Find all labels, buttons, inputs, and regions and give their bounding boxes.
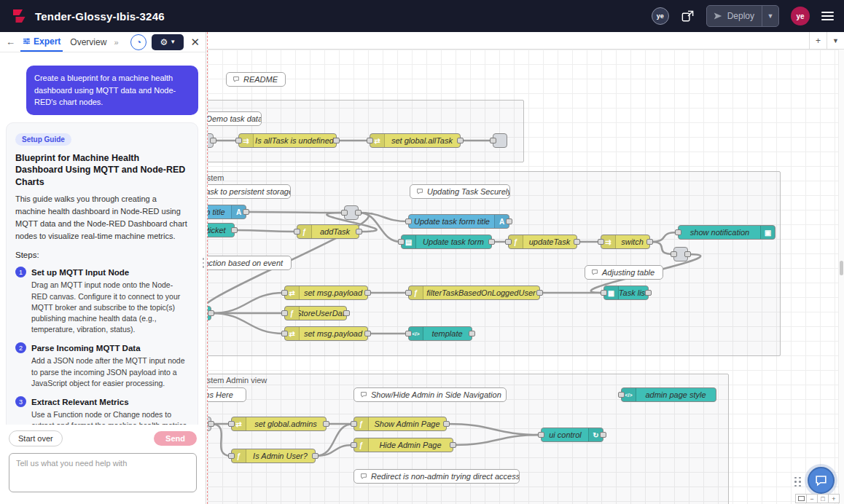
settings-dropdown-button[interactable]: ⚙ ▼ [152,34,184,50]
input-port[interactable] [228,453,235,459]
output-port[interactable] [600,432,606,438]
output-port[interactable] [243,209,249,215]
output-port[interactable] [450,442,456,448]
input-port[interactable] [671,251,677,257]
usage-pie-button[interactable]: ◔ [130,34,146,50]
output-port[interactable] [488,239,495,245]
comment-node[interactable]: Updating Task Securely [410,184,510,199]
zoom-reset-button[interactable]: □ [817,494,829,503]
tab-expert[interactable]: Expert [20,32,63,52]
input-port[interactable] [281,290,288,296]
output-port[interactable] [231,227,238,233]
flow-node-set-global-alltask[interactable]: ⇄set global.allTask [370,133,461,148]
deploy-button[interactable]: Deploy ▼ [706,5,779,27]
input-port[interactable] [235,138,242,143]
flow-node-show-notification[interactable]: ▣show notification [678,225,775,240]
output-port[interactable] [684,251,691,257]
deploy-caret-icon[interactable]: ▼ [762,12,778,20]
input-port[interactable] [294,229,300,235]
flow-node-set-msg-payload[interactable]: ⇄set msg.payload [284,286,368,300]
flow-node-switch[interactable]: ⇉switch [601,235,650,249]
flow-node-updatetask[interactable]: ƒupdateTask [508,235,577,249]
comment-node[interactable]: Show/Hide Admin in Side Navigation [353,387,507,402]
input-port[interactable] [618,392,625,398]
flow-node-junction[interactable] [208,306,211,320]
flow-node-junction[interactable] [673,247,688,261]
comment-node[interactable]: README [226,72,286,87]
flow-node-template[interactable]: </>template [408,326,472,341]
input-port[interactable] [228,421,235,427]
comment-node[interactable]: Add Admins Here [208,387,246,402]
input-port[interactable] [351,421,357,427]
flow-node-task-form-title[interactable]: ATask form title [208,205,246,219]
assistant-chat-button[interactable] [808,467,835,494]
input-port[interactable] [341,210,348,216]
output-port[interactable] [506,218,512,224]
output-port[interactable] [364,331,371,336]
flow-node-add-ticket[interactable]: ▤Add ticket [208,223,235,237]
assistant-input[interactable] [9,453,197,492]
menu-icon[interactable] [821,9,834,23]
pipeline-icon[interactable] [681,9,695,23]
flow-list-caret-icon[interactable]: ▼ [827,32,844,49]
flow-node-addtask[interactable]: ƒaddTask [297,224,359,239]
output-port[interactable] [356,229,362,235]
flow-node-task-list[interactable]: ▦Task list [603,286,649,300]
output-port[interactable] [646,239,653,245]
output-port[interactable] [457,138,464,143]
output-port[interactable] [312,453,319,459]
flow-node-admin-page-style[interactable]: </>admin page style [621,387,716,402]
team-avatar[interactable]: ye [652,7,669,25]
output-port[interactable] [343,310,350,316]
send-button[interactable]: Send [154,431,197,446]
output-port[interactable] [645,290,652,296]
input-port[interactable] [505,239,512,245]
input-port[interactable] [281,331,288,336]
flow-node-storeuserdata[interactable]: ƒStoreUserData [284,306,347,320]
flow-node-hide-admin-page[interactable]: ƒHide Admin Page [353,438,453,452]
comment-node[interactable]: Take action based on event [208,256,292,270]
output-port[interactable] [469,331,475,336]
input-port[interactable] [405,290,412,296]
add-flow-button[interactable]: + [809,32,827,49]
fab-drag-handle[interactable] [794,477,801,487]
output-port[interactable] [208,310,214,316]
comment-node[interactable]: Save task to persistent storage [208,184,291,199]
input-port[interactable] [601,290,607,296]
flow-node-junction[interactable] [344,205,359,220]
input-port[interactable] [398,239,405,245]
flow-node-update-task-form[interactable]: ▤Update task form [401,235,492,249]
flow-node-junction[interactable] [208,133,214,148]
close-icon[interactable]: ✕ [190,36,200,49]
output-port[interactable] [323,421,329,427]
flow-node-junction[interactable] [493,133,507,148]
zoom-out-button[interactable]: − [806,494,818,503]
flow-node-update-task-form-title[interactable]: AUpdate task form title [408,214,509,229]
flow-node-ui-control[interactable]: ↻ui control [541,428,603,442]
canvas-vertical-scrollbar[interactable] [838,50,844,504]
comment-node[interactable]: Redirect is non-admin trying direct acce… [353,469,520,484]
input-port[interactable] [367,138,373,143]
start-over-button[interactable]: Start over [9,430,63,446]
tab-overview[interactable]: Overview [68,32,109,52]
user-avatar[interactable]: ye [791,7,810,25]
output-port[interactable] [210,138,216,143]
output-port[interactable] [443,421,450,427]
navigator-toggle-button[interactable] [795,494,807,503]
flow-canvas[interactable]: Task systemTask system Admin view README… [208,50,844,504]
output-port[interactable] [355,210,362,216]
output-port[interactable] [536,290,543,296]
output-port[interactable] [208,421,214,427]
flow-node-set-global-admins[interactable]: ⇄set global.admins [231,417,327,431]
flow-node-junction[interactable] [208,417,211,431]
flow-node-show-admin-page[interactable]: ƒShow Admin Page [353,417,447,431]
flow-node-is-admin-user[interactable]: ƒIs Admin User? [231,449,316,463]
zoom-in-button[interactable]: + [828,494,840,503]
flow-node-set-msg-payload[interactable]: ⇄set msg.payload [284,326,368,341]
input-port[interactable] [405,218,412,224]
output-port[interactable] [333,138,340,143]
comment-node[interactable]: Demo task data [208,111,262,126]
flow-node-filtertaskbasedonloggeduser[interactable]: ƒfilterTaskBasedOnLoggedUser [408,286,540,300]
input-port[interactable] [281,310,288,316]
input-port[interactable] [405,331,412,336]
